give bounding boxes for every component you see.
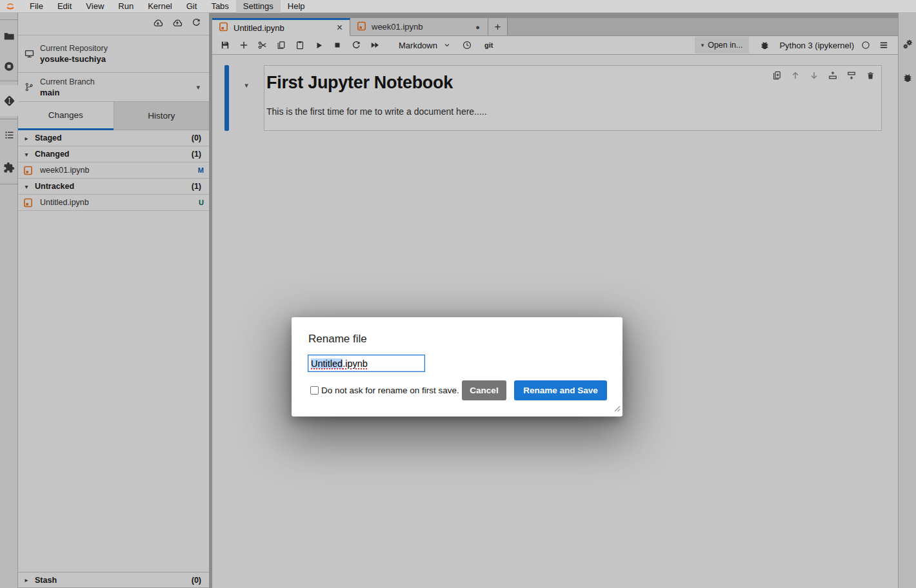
- menu-help[interactable]: Help: [281, 0, 312, 13]
- input-rest-text: .ipynb: [343, 358, 368, 369]
- menu-run[interactable]: Run: [111, 0, 141, 13]
- menu-file[interactable]: File: [23, 0, 50, 13]
- rename-and-save-button[interactable]: Rename and Save: [514, 380, 607, 400]
- rename-file-dialog: Rename file Untitled.ipynb Do not ask fo…: [292, 317, 622, 416]
- checkbox-label: Do not ask for rename on first save.: [321, 386, 459, 395]
- dialog-resize-handle[interactable]: [614, 403, 621, 415]
- menu-view[interactable]: View: [79, 0, 111, 13]
- do-not-ask-checkbox[interactable]: [310, 386, 319, 395]
- jupyter-logo-icon: [5, 1, 16, 12]
- dialog-backdrop: [0, 13, 916, 588]
- menu-tabs[interactable]: Tabs: [204, 0, 235, 13]
- dialog-footer: Do not ask for rename on first save. Can…: [310, 380, 607, 400]
- menu-settings[interactable]: Settings: [236, 0, 281, 13]
- menu-kernel[interactable]: Kernel: [141, 0, 179, 13]
- dialog-title: Rename file: [308, 333, 367, 346]
- menu-git[interactable]: Git: [179, 0, 204, 13]
- menu-edit[interactable]: Edit: [50, 0, 79, 13]
- menu-bar: File Edit View Run Kernel Git Tabs Setti…: [0, 0, 916, 13]
- rename-input[interactable]: Untitled.ipynb: [308, 355, 425, 372]
- cancel-button[interactable]: Cancel: [462, 380, 506, 400]
- input-selected-text: Untitled: [311, 358, 343, 369]
